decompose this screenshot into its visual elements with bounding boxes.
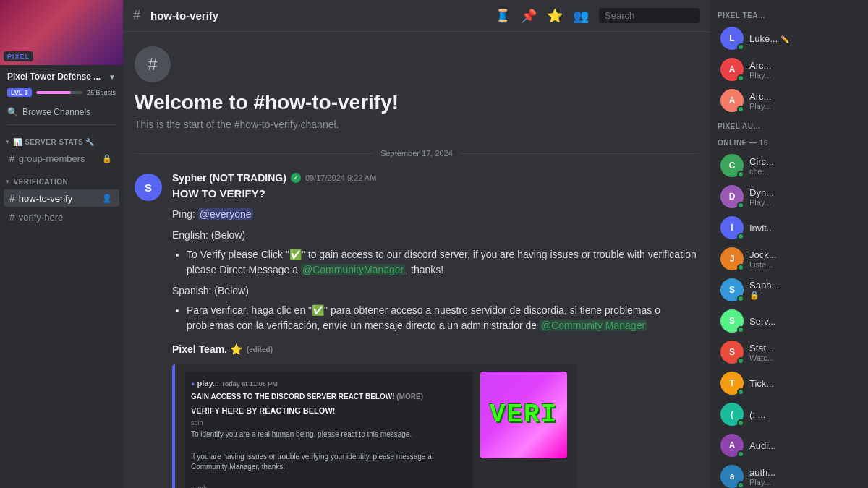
- message-author: Sypher (NOT TRADING): [172, 172, 286, 184]
- member-name: auth...: [749, 467, 858, 478]
- rs-section-pixel-tea: PIXEL TEA...: [710, 6, 868, 22]
- message-header: Sypher (NOT TRADING) ✓ 09/17/2024 9:22 A…: [172, 172, 699, 184]
- channel-item-how-to-verify[interactable]: # how-to-verify 👤: [4, 189, 119, 207]
- rs-member-luke[interactable]: L Luke... ✏️: [713, 23, 865, 53]
- embed-body-text2: If you are having issues or trouble veri…: [191, 452, 467, 472]
- avatar: S: [720, 309, 744, 333]
- status-dot: [737, 264, 744, 271]
- avatar: T: [720, 372, 744, 395]
- rs-member-dyn[interactable]: D Dyn... Play...: [713, 181, 865, 212]
- member-info: Dyn... Play...: [749, 187, 858, 207]
- member-name: Arc...: [749, 60, 858, 71]
- boost-bar: LVL 3 26 Boosts: [0, 88, 123, 103]
- topbar: # how-to-verify 🧵 📌 ⭐ 👥: [123, 0, 710, 32]
- list-item: Para verificar, haga clic en "✅" para ob…: [187, 303, 699, 333]
- hash-icon: #: [148, 54, 157, 74]
- rs-member-auth[interactable]: a auth... Play...: [713, 461, 865, 488]
- message: S Sypher (NOT TRADING) ✓ 09/17/2024 9:22…: [135, 169, 699, 488]
- channel-item-group-members[interactable]: # group-members 🔒: [4, 150, 119, 167]
- online-count-label: ONLINE — 16: [710, 133, 868, 150]
- channel-header: # Welcome to #how-to-verify! This is the…: [135, 32, 699, 137]
- english-label: English: (Below): [172, 228, 699, 243]
- member-info: Arc... Play...: [749, 91, 858, 111]
- topbar-icons: 🧵 📌 ⭐ 👥: [495, 8, 700, 24]
- right-sidebar: PIXEL TEA... L Luke... ✏️ A Arc... Play.…: [710, 0, 868, 488]
- date-label: September 17, 2024: [380, 149, 453, 158]
- embed-image: VERI: [480, 372, 567, 458]
- inbox-icon[interactable]: 👥: [573, 8, 589, 24]
- rs-member-serv[interactable]: S Serv...: [713, 306, 865, 336]
- avatar: (: [720, 403, 744, 426]
- pin-icon[interactable]: 📌: [521, 8, 537, 24]
- member-name: Jock...: [749, 249, 858, 260]
- channel-hash-icon: #: [9, 153, 15, 164]
- server-banner[interactable]: PIXEL: [0, 0, 123, 65]
- category-server-stats[interactable]: ▼ 📊 SERVER STATS 🔧: [0, 128, 123, 149]
- rs-member-tick[interactable]: T Tick...: [713, 368, 865, 398]
- member-status: che...: [749, 167, 858, 176]
- browse-channels-button[interactable]: 🔍 Browse Channels: [0, 103, 123, 121]
- category-verification[interactable]: ▼ VERIFICATION: [0, 168, 123, 189]
- lock-icon: 👤: [102, 194, 112, 203]
- status-dot: [737, 295, 744, 302]
- separator-line: [135, 153, 373, 154]
- category-chevron-icon: ▼: [4, 139, 10, 145]
- messages-area[interactable]: # Welcome to #how-to-verify! This is the…: [123, 32, 710, 488]
- member-status: 🔒: [749, 291, 858, 300]
- member-name: Serv...: [749, 316, 858, 327]
- channel-name: verify-here: [19, 212, 63, 223]
- member-info: Serv...: [749, 316, 858, 327]
- sidebar-divider: [7, 124, 116, 125]
- rs-member-audi[interactable]: A Audi...: [713, 430, 865, 461]
- members-icon[interactable]: ⭐: [547, 8, 563, 24]
- boost-progress-container: [36, 91, 82, 94]
- avatar: S: [135, 174, 162, 201]
- rs-member-stat[interactable]: S Stat... Watc...: [713, 337, 865, 367]
- member-info: Arc... Play...: [749, 60, 858, 80]
- everyone-mention: @everyone: [198, 208, 253, 220]
- member-info: Saph... 🔒: [749, 280, 858, 300]
- date-separator: September 17, 2024: [135, 149, 699, 158]
- member-info: (: ...: [749, 409, 858, 420]
- avatar: I: [720, 216, 744, 239]
- status-dot: [737, 481, 744, 488]
- member-info: Tick...: [749, 378, 858, 389]
- embed-preview: ● play... Today at 11:06 PM GAIN ACCESS …: [172, 364, 577, 489]
- member-info: Stat... Watc...: [749, 343, 858, 362]
- rs-member-smile[interactable]: ( (: ...: [713, 399, 865, 429]
- rs-member-jock[interactable]: J Jock... Liste...: [713, 244, 865, 274]
- main-content: # how-to-verify 🧵 📌 ⭐ 👥 # Welcome to #ho…: [123, 0, 710, 488]
- avatar: A: [720, 434, 744, 457]
- status-dot-online: [737, 43, 744, 51]
- rs-member-invit[interactable]: I Invit...: [713, 213, 865, 243]
- message-content: HOW TO VERIFY? Ping: @everyone English: …: [172, 186, 699, 488]
- threads-icon[interactable]: 🧵: [495, 8, 511, 24]
- member-info: Luke... ✏️: [749, 33, 858, 44]
- avatar: a: [720, 465, 744, 488]
- list-item: To Verify please Click "✅" to gain acces…: [187, 247, 699, 278]
- spanish-label: Spanish: (Below): [172, 283, 699, 299]
- search-input[interactable]: [599, 8, 700, 23]
- embed-body-text1: To identify you are a real human being, …: [191, 429, 467, 440]
- member-info: auth... Play...: [749, 467, 858, 487]
- channel-item-verify-here[interactable]: # verify-here: [4, 208, 119, 226]
- server-name-bar[interactable]: Pixel Tower Defense ... ▼: [0, 65, 123, 88]
- channel-hash-icon: #: [9, 192, 15, 204]
- member-name: Audi...: [749, 440, 858, 451]
- rs-member-arc1[interactable]: A Arc... Play...: [713, 54, 865, 85]
- rs-member-arc2[interactable]: A Arc... Play...: [713, 85, 865, 116]
- channel-header-icon: #: [135, 46, 171, 82]
- embed-gain-access-text: GAIN ACCESS TO THE DISCORD SERVER REACT …: [191, 391, 467, 402]
- member-info: Invit...: [749, 223, 858, 234]
- community-manager-mention: @CommunityManager: [301, 264, 405, 275]
- status-dot: [737, 202, 744, 209]
- server-name: Pixel Tower Defense ...: [7, 72, 101, 82]
- rs-member-circ[interactable]: C Circ... che...: [713, 150, 865, 181]
- embed-author-label: Pixel Team. ⭐ (edited): [172, 342, 699, 357]
- rs-member-saph[interactable]: S Saph... 🔒: [713, 275, 865, 305]
- status-dot: [737, 450, 744, 458]
- member-status: Play...: [749, 102, 858, 111]
- server-logo: PIXEL: [4, 51, 33, 61]
- category-chevron-icon: ▼: [4, 179, 10, 185]
- message-timestamp: 09/17/2024 9:22 AM: [305, 174, 376, 182]
